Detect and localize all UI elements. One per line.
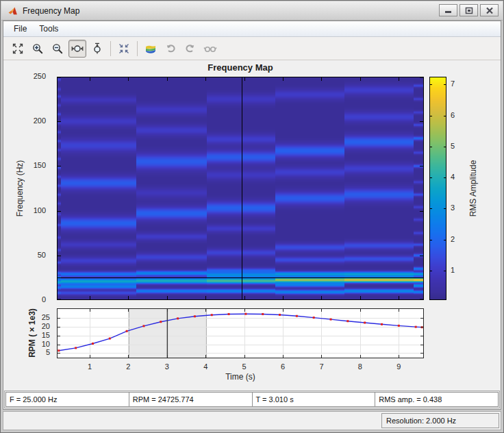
matlab-icon bbox=[8, 5, 18, 16]
frequency-map-window: Frequency Map File Tools bbox=[0, 0, 504, 433]
frequency-tick-label: 150 bbox=[3, 161, 46, 169]
zoom-out-icon bbox=[51, 42, 64, 55]
fit-to-view-icon bbox=[12, 42, 24, 55]
colorbar-tick-label: 4 bbox=[451, 173, 455, 181]
frequency-tick-label: 100 bbox=[3, 206, 46, 214]
undo-icon bbox=[164, 42, 177, 55]
time-tick-label: 8 bbox=[350, 362, 370, 371]
frequency-map-canvas[interactable] bbox=[57, 77, 424, 300]
reset-view-icon bbox=[118, 42, 130, 55]
status-rpm: RPM = 24725.774 bbox=[129, 392, 253, 407]
status-rms: RMS amp. = 0.438 bbox=[375, 392, 499, 407]
frequency-tick-label: 0 bbox=[3, 295, 46, 304]
zoom-out-button[interactable] bbox=[49, 40, 66, 58]
menu-file[interactable]: File bbox=[8, 22, 33, 36]
time-tick-label: 3 bbox=[157, 362, 177, 371]
status-frequency: F = 25.000 Hz bbox=[5, 392, 129, 407]
zoom-in-button[interactable] bbox=[29, 40, 47, 58]
zoom-x-icon bbox=[71, 42, 84, 55]
undo-button[interactable] bbox=[162, 40, 179, 58]
minimize-icon bbox=[444, 7, 453, 14]
time-tick-label: 9 bbox=[388, 362, 409, 371]
reset-view-button[interactable] bbox=[115, 40, 133, 58]
restore-button[interactable] bbox=[459, 4, 478, 16]
rpm-tick-label: 10 bbox=[3, 340, 50, 348]
time-tick-label: 5 bbox=[234, 362, 255, 371]
plot-title: Frequency Map bbox=[57, 62, 424, 73]
redo-button[interactable] bbox=[181, 40, 199, 58]
colorbar-tick-label: 2 bbox=[451, 235, 455, 243]
time-tick-label: 7 bbox=[311, 362, 331, 371]
colorbar-tick-label: 1 bbox=[451, 266, 455, 274]
colorbar-tick-label: 7 bbox=[451, 79, 455, 88]
rpm-tick-label: 5 bbox=[3, 348, 50, 356]
colorbar-tick-label: 3 bbox=[451, 203, 455, 212]
zoom-x-button[interactable] bbox=[68, 40, 86, 58]
colorbar-canvas bbox=[429, 77, 446, 300]
bottom-status-bar: Resolution: 2.000 Hz bbox=[3, 411, 501, 430]
status-time: T = 3.010 s bbox=[252, 392, 376, 407]
colormap-button[interactable] bbox=[142, 40, 160, 58]
colormap-icon bbox=[144, 42, 157, 55]
rpm-tick-label: 15 bbox=[3, 331, 50, 339]
zoom-in-icon bbox=[32, 42, 44, 55]
close-button[interactable] bbox=[480, 4, 499, 16]
rpm-tick-label: 25 bbox=[3, 313, 50, 321]
redo-icon bbox=[184, 42, 197, 55]
resolution-field: Resolution: 2.000 Hz bbox=[381, 413, 499, 428]
client-area: File Tools bbox=[3, 21, 501, 410]
colorbar-label: RMS Amplitude bbox=[468, 160, 478, 217]
inspect-glasses-icon bbox=[203, 42, 217, 55]
frequency-tick-label: 250 bbox=[3, 72, 46, 80]
close-icon bbox=[486, 7, 494, 14]
rpm-plot-canvas[interactable] bbox=[57, 308, 424, 358]
toolbar-separator bbox=[110, 41, 111, 56]
inspect-button[interactable] bbox=[201, 40, 219, 58]
window-title: Frequency Map bbox=[23, 6, 79, 16]
figure-area: Frequency Map Frequency (Hz) RMS Amplitu… bbox=[3, 60, 501, 391]
status-fields-row: F = 25.000 Hz RPM = 24725.774 T = 3.010 … bbox=[4, 391, 500, 408]
minimize-button[interactable] bbox=[439, 4, 457, 16]
time-tick-label: 2 bbox=[118, 362, 138, 371]
time-tick-label: 1 bbox=[79, 362, 100, 371]
menu-tools[interactable]: Tools bbox=[33, 22, 64, 36]
toolbar-separator bbox=[137, 41, 138, 56]
time-axis-label: Time (s) bbox=[57, 372, 424, 382]
frequency-tick-label: 200 bbox=[3, 116, 46, 125]
titlebar[interactable]: Frequency Map bbox=[1, 1, 503, 21]
time-tick-label: 4 bbox=[195, 362, 216, 371]
time-tick-label: 6 bbox=[273, 362, 293, 371]
zoom-y-icon bbox=[91, 42, 103, 55]
zoom-y-button[interactable] bbox=[88, 40, 106, 58]
colorbar-tick-label: 5 bbox=[451, 142, 455, 150]
toolbar bbox=[3, 37, 501, 60]
rpm-tick-label: 20 bbox=[3, 322, 50, 330]
fit-to-view-button[interactable] bbox=[9, 40, 27, 58]
restore-icon bbox=[465, 7, 473, 14]
frequency-tick-label: 50 bbox=[3, 251, 46, 259]
menubar: File Tools bbox=[3, 21, 501, 37]
colorbar-tick-label: 6 bbox=[451, 111, 455, 119]
